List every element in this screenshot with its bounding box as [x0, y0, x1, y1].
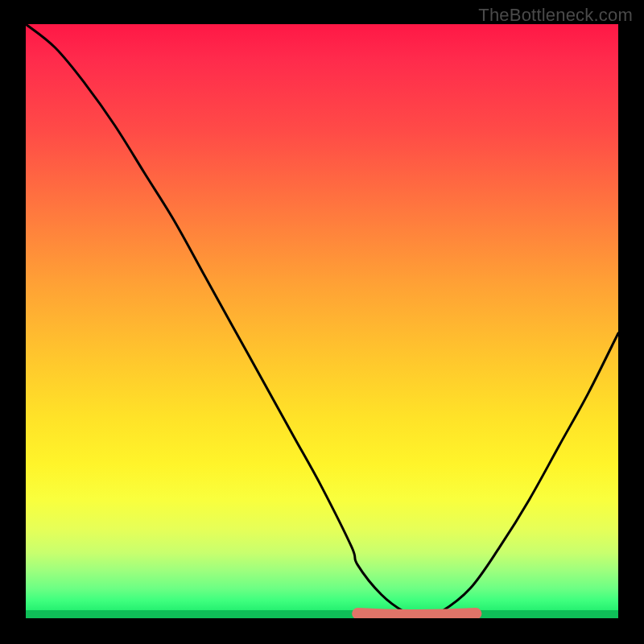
- plot-area: [26, 24, 618, 618]
- bottleneck-curve: [26, 24, 618, 618]
- chart-stage: TheBottleneck.com: [0, 0, 644, 644]
- watermark-text: TheBottleneck.com: [478, 5, 633, 26]
- optimal-range-marker: [357, 613, 476, 615]
- curve-layer: [26, 24, 618, 618]
